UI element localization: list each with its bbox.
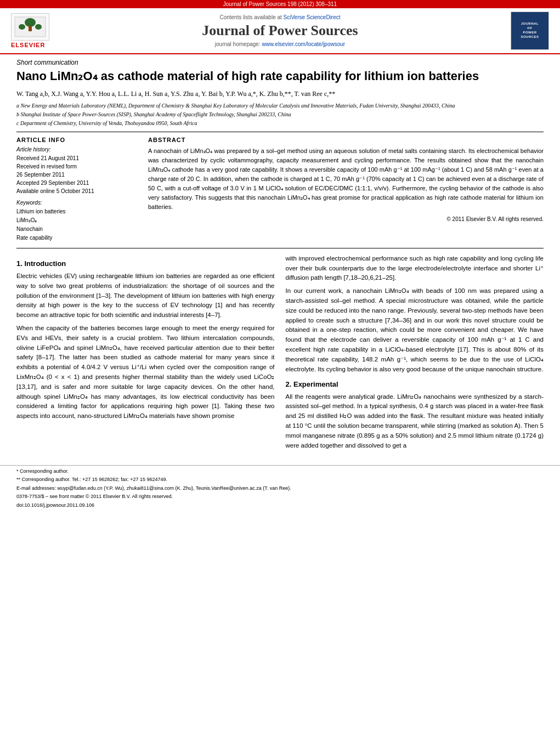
journal-logo-right: JOURNALOFPOWERSOURCES	[505, 12, 549, 50]
affiliation-b: b Shanghai Institute of Space Power-Sour…	[16, 110, 544, 118]
exp-title: Experimental	[293, 380, 338, 388]
affiliation-c: c Department of Chemistry, University of…	[16, 119, 544, 127]
header-divider	[16, 132, 544, 132]
authors-text: W. Tang a,b, X.J. Wang a, Y.Y. Hou a, L.…	[16, 90, 335, 98]
experimental-heading: 2. Experimental	[286, 379, 544, 390]
intro-heading: 1. Introduction	[16, 258, 275, 269]
intro-para-1: When the capacity of the batteries becom…	[16, 324, 275, 421]
abstract-title: ABSTRACT	[148, 137, 544, 143]
footnote-doi: doi:10.1016/j.jpowsour.2011.09.106	[16, 502, 544, 510]
abstract-col: ABSTRACT A nanochain of LiMn₂O₄ was prep…	[148, 137, 544, 242]
intro-number: 1.	[16, 259, 22, 268]
intro-right-para-1: In our current work, a nanochain LiMn₂O₄…	[286, 286, 544, 374]
affiliation-a: a New Energy and Materials Laboratory (N…	[16, 101, 544, 110]
history-item-0: Received 21 August 2011	[16, 154, 137, 162]
keyword-3: Rate capability	[16, 234, 137, 242]
header-center: Contents lists available at SciVerse Sci…	[55, 14, 505, 47]
abstract-text: A nanochain of LiMn₂O₄ was prepared by a…	[148, 146, 544, 212]
intro-right-para-0: with improved electrochemical performanc…	[286, 254, 544, 283]
svg-point-4	[35, 24, 42, 30]
copyright-line: © 2011 Elsevier B.V. All rights reserved…	[148, 216, 544, 222]
contents-line: Contents lists available at SciVerse Sci…	[55, 14, 505, 20]
svg-point-1	[25, 18, 36, 27]
body-col-right: with improved electrochemical performanc…	[286, 254, 544, 454]
logo-box-text: JOURNALOFPOWERSOURCES	[521, 22, 539, 39]
history-item-4: Available online 5 October 2011	[16, 187, 137, 195]
keyword-0: Lithium ion batteries	[16, 207, 137, 216]
history-item-1: Received in revised form	[16, 162, 137, 171]
journal-title: Journal of Power Sources	[55, 22, 505, 39]
journal-logo-box: JOURNALOFPOWERSOURCES	[511, 12, 549, 50]
intro-para-0: Electric vehicles (EV) using rechargeabl…	[16, 271, 275, 320]
header-area: ELSEVIER Contents lists available at Sci…	[0, 8, 560, 54]
svg-rect-2	[29, 26, 32, 31]
journal-bar-text: Journal of Power Sources 198 (2012) 308–…	[223, 1, 337, 7]
body-columns: 1. Introduction Electric vehicles (EV) u…	[16, 254, 544, 454]
article-info-abstract: ARTICLE INFO Article history: Received 2…	[16, 137, 544, 242]
elsevier-logo: ELSEVIER	[11, 13, 55, 48]
sciverse-link[interactable]: SciVerse ScienceDirect	[284, 14, 341, 20]
svg-point-3	[19, 24, 25, 30]
main-content: Short communication Nano LiMn₂O₄ as cath…	[0, 54, 560, 460]
elsevier-text: ELSEVIER	[11, 42, 45, 48]
keyword-1: LiMn₂O₄	[16, 216, 137, 225]
body-col-left: 1. Introduction Electric vehicles (EV) u…	[16, 254, 275, 454]
history-item-2: 26 September 2011	[16, 171, 137, 179]
keywords-section: Keywords: Lithium ion batteries LiMn₂O₄ …	[16, 200, 137, 242]
elsevier-logo-box	[11, 13, 49, 41]
history-item-3: Accepted 29 September 2011	[16, 179, 137, 187]
footer: * Corresponding author. ** Corresponding…	[0, 465, 560, 510]
journal-homepage: journal homepage: www.elsevier.com/locat…	[55, 41, 505, 47]
keyword-2: Nanochain	[16, 225, 137, 234]
paper-title: Nano LiMn₂O₄ as cathode material of high…	[16, 69, 544, 84]
body-divider	[16, 248, 544, 248]
keywords-label: Keywords:	[16, 200, 137, 206]
intro-title: Introduction	[24, 259, 66, 268]
footnote-email: E-mail addresses: wuyp@fudan.edu.cn (Y.P…	[16, 485, 544, 493]
footnote-star: * Corresponding author.	[16, 468, 544, 476]
homepage-label: journal homepage:	[215, 41, 261, 47]
exp-number: 2.	[286, 380, 292, 388]
article-info-col: ARTICLE INFO Article history: Received 2…	[16, 137, 137, 242]
history-label: Article history:	[16, 146, 137, 152]
affiliations: a New Energy and Materials Laboratory (N…	[16, 101, 544, 127]
authors: W. Tang a,b, X.J. Wang a, Y.Y. Hou a, L.…	[16, 89, 544, 99]
footnote-double-star: ** Corresponding author. Tel.: +27 15 96…	[16, 476, 544, 484]
experimental-para: All the reagents were analytical grade. …	[286, 392, 544, 451]
homepage-url[interactable]: www.elsevier.com/locate/jpowsour	[262, 41, 345, 47]
footnote-issn: 0378-7753/$ – see front matter © 2011 El…	[16, 493, 544, 501]
article-info-title: ARTICLE INFO	[16, 137, 137, 143]
journal-bar: Journal of Power Sources 198 (2012) 308–…	[0, 0, 560, 8]
article-type: Short communication	[16, 59, 544, 66]
